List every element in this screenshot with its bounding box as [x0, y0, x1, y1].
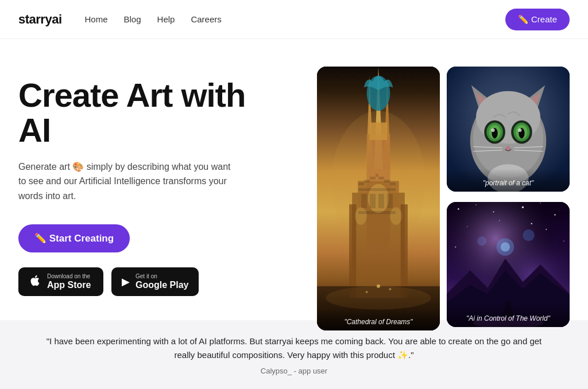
nav-blog[interactable]: Blog	[124, 14, 141, 24]
svg-point-57	[499, 220, 500, 221]
svg-rect-6	[370, 123, 388, 141]
svg-rect-10	[401, 204, 408, 298]
testimonial-text: "I have been experimenting with a lot of…	[46, 334, 542, 362]
svg-rect-8	[358, 181, 399, 210]
store-buttons: Download on the App Store ▶ Get it on Go…	[18, 267, 283, 296]
svg-point-11	[368, 184, 389, 213]
nav-careers[interactable]: Careers	[191, 14, 221, 24]
hero-section: Create Art with AI Generate art 🎨 simply…	[0, 39, 588, 320]
cathedral-image-card: "Cathedral of Dreams"	[317, 67, 440, 330]
svg-point-56	[455, 246, 456, 247]
hero-left: Create Art with AI Generate art 🎨 simply…	[18, 67, 283, 296]
hero-title: Create Art with AI	[18, 78, 283, 148]
logo-text: starryai	[18, 12, 62, 26]
space-image-card: "Ai in Control of The World"	[447, 202, 570, 327]
cat-image-card: "portrait of a cat"	[447, 67, 570, 192]
svg-point-58	[531, 223, 532, 224]
svg-point-47	[458, 208, 459, 209]
svg-point-49	[493, 211, 494, 212]
svg-point-36	[491, 129, 494, 132]
navbar: starryai Home Blog Help Careers ✏️ Creat…	[0, 0, 588, 39]
app-store-label: Download on the	[47, 273, 91, 280]
logo[interactable]: starryai	[18, 12, 62, 27]
hero-subtitle: Generate art 🎨 simply by describing what…	[18, 160, 237, 204]
svg-point-55	[563, 240, 564, 242]
svg-point-12	[355, 207, 366, 225]
svg-point-61	[523, 229, 534, 241]
svg-point-62	[477, 236, 486, 246]
nav-create-button[interactable]: ✏️ Create	[505, 9, 570, 30]
svg-rect-7	[352, 193, 405, 298]
svg-point-48	[475, 204, 477, 205]
app-store-button[interactable]: Download on the App Store	[18, 267, 103, 296]
svg-point-50	[522, 207, 524, 208]
cathedral-caption: "Cathedral of Dreams"	[317, 308, 440, 330]
svg-point-18	[366, 291, 368, 293]
svg-point-16	[326, 286, 431, 310]
start-creating-button[interactable]: ✏️ Start Creating	[18, 224, 130, 252]
svg-point-52	[554, 214, 555, 215]
google-play-label: Get it on	[136, 273, 188, 280]
nav-links: Home Blog Help Careers	[85, 14, 505, 25]
svg-point-13	[390, 207, 401, 225]
svg-point-17	[377, 285, 380, 288]
svg-point-60	[501, 242, 510, 251]
google-play-name: Google Play	[136, 280, 188, 290]
svg-point-51	[540, 203, 541, 204]
nav-help[interactable]: Help	[157, 14, 175, 24]
svg-point-19	[389, 288, 391, 290]
google-play-button[interactable]: ▶ Get it on Google Play	[111, 267, 199, 296]
apple-icon	[29, 274, 41, 289]
app-store-name: App Store	[47, 280, 91, 290]
testimonial-author: Calypso_ - app user	[46, 367, 542, 375]
cat-caption: "portrait of a cat"	[447, 169, 570, 192]
svg-point-37	[518, 129, 521, 132]
nav-home[interactable]: Home	[85, 14, 108, 24]
svg-point-54	[546, 229, 547, 230]
google-play-icon: ▶	[122, 277, 130, 287]
space-caption: "Ai in Control of The World"	[447, 304, 570, 327]
hero-image-grid: "Cathedral of Dreams"	[317, 67, 570, 330]
art-image-grid: "Cathedral of Dreams"	[317, 67, 570, 330]
testimonial-section: "I have been experimenting with a lot of…	[0, 320, 588, 389]
svg-point-53	[467, 226, 467, 227]
svg-rect-9	[349, 204, 356, 298]
